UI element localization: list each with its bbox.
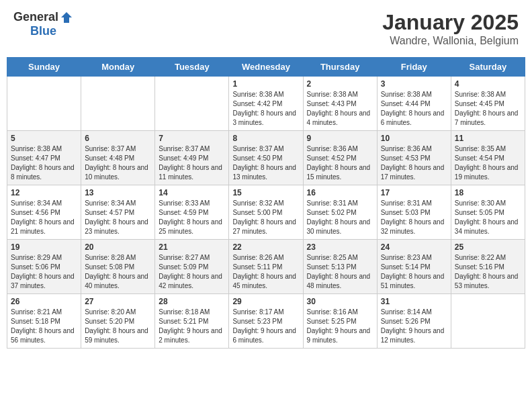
calendar-cell: 19Sunrise: 8:29 AM Sunset: 5:06 PM Dayli…	[7, 240, 81, 294]
day-number: 28	[159, 297, 225, 306]
day-info: Sunrise: 8:37 AM Sunset: 4:50 PM Dayligh…	[232, 144, 299, 182]
day-number: 15	[232, 188, 299, 197]
day-number: 4	[455, 79, 521, 89]
day-info: Sunrise: 8:37 AM Sunset: 4:48 PM Dayligh…	[85, 144, 151, 182]
calendar-table: SundayMondayTuesdayWednesdayThursdayFrid…	[7, 57, 525, 349]
day-number: 5	[11, 134, 77, 143]
day-info: Sunrise: 8:34 AM Sunset: 4:57 PM Dayligh…	[85, 199, 151, 236]
calendar-cell: 15Sunrise: 8:32 AM Sunset: 5:00 PM Dayli…	[229, 185, 303, 240]
day-info: Sunrise: 8:21 AM Sunset: 5:18 PM Dayligh…	[11, 308, 77, 345]
calendar-cell: 13Sunrise: 8:34 AM Sunset: 4:57 PM Dayli…	[81, 185, 155, 240]
day-info: Sunrise: 8:32 AM Sunset: 5:00 PM Dayligh…	[232, 199, 299, 236]
day-info: Sunrise: 8:28 AM Sunset: 5:08 PM Dayligh…	[85, 253, 151, 291]
weekday-header: Tuesday	[155, 58, 229, 77]
day-info: Sunrise: 8:26 AM Sunset: 5:11 PM Dayligh…	[232, 253, 299, 291]
calendar-week-row: 5Sunrise: 8:38 AM Sunset: 4:47 PM Daylig…	[7, 131, 525, 185]
weekday-header: Wednesday	[229, 58, 303, 77]
calendar-cell	[451, 294, 525, 349]
logo-icon	[60, 11, 73, 24]
day-info: Sunrise: 8:38 AM Sunset: 4:44 PM Dayligh…	[381, 90, 447, 128]
day-info: Sunrise: 8:18 AM Sunset: 5:21 PM Dayligh…	[159, 308, 225, 345]
calendar-cell: 10Sunrise: 8:36 AM Sunset: 4:53 PM Dayli…	[377, 131, 451, 185]
calendar-cell: 9Sunrise: 8:36 AM Sunset: 4:52 PM Daylig…	[303, 131, 377, 185]
calendar-cell: 26Sunrise: 8:21 AM Sunset: 5:18 PM Dayli…	[7, 294, 81, 349]
day-number: 26	[11, 297, 77, 306]
calendar-week-row: 1Sunrise: 8:38 AM Sunset: 4:42 PM Daylig…	[7, 77, 525, 131]
calendar-cell: 30Sunrise: 8:16 AM Sunset: 5:25 PM Dayli…	[303, 294, 377, 349]
page-header: General Blue January 2025 Wandre, Wallon…	[7, 7, 525, 50]
day-info: Sunrise: 8:33 AM Sunset: 4:59 PM Dayligh…	[159, 199, 225, 236]
day-info: Sunrise: 8:38 AM Sunset: 4:45 PM Dayligh…	[455, 90, 521, 128]
weekday-header: Sunday	[7, 58, 81, 77]
day-number: 23	[307, 242, 373, 252]
day-number: 6	[85, 134, 151, 143]
day-info: Sunrise: 8:31 AM Sunset: 5:03 PM Dayligh…	[381, 199, 447, 236]
day-number: 19	[11, 242, 77, 252]
calendar-cell: 6Sunrise: 8:37 AM Sunset: 4:48 PM Daylig…	[81, 131, 155, 185]
svg-marker-0	[61, 12, 72, 23]
calendar-cell: 20Sunrise: 8:28 AM Sunset: 5:08 PM Dayli…	[81, 240, 155, 294]
day-number: 20	[85, 242, 151, 252]
calendar-cell: 21Sunrise: 8:27 AM Sunset: 5:09 PM Dayli…	[155, 240, 229, 294]
page-subtitle: Wandre, Wallonia, Belgium	[382, 35, 519, 47]
day-info: Sunrise: 8:25 AM Sunset: 5:13 PM Dayligh…	[307, 253, 373, 291]
day-number: 11	[455, 134, 521, 143]
day-number: 8	[232, 134, 299, 143]
day-info: Sunrise: 8:27 AM Sunset: 5:09 PM Dayligh…	[159, 253, 225, 291]
day-info: Sunrise: 8:36 AM Sunset: 4:53 PM Dayligh…	[381, 144, 447, 182]
day-info: Sunrise: 8:38 AM Sunset: 4:47 PM Dayligh…	[11, 144, 77, 182]
calendar-header-row: SundayMondayTuesdayWednesdayThursdayFrid…	[7, 58, 525, 77]
day-info: Sunrise: 8:20 AM Sunset: 5:20 PM Dayligh…	[85, 308, 151, 345]
day-info: Sunrise: 8:16 AM Sunset: 5:25 PM Dayligh…	[307, 308, 373, 345]
title-block: January 2025 Wandre, Wallonia, Belgium	[382, 10, 519, 47]
logo: General Blue	[13, 10, 73, 38]
day-number: 21	[159, 242, 225, 252]
calendar-week-row: 19Sunrise: 8:29 AM Sunset: 5:06 PM Dayli…	[7, 240, 525, 294]
calendar-cell: 7Sunrise: 8:37 AM Sunset: 4:49 PM Daylig…	[155, 131, 229, 185]
page-title: January 2025	[382, 10, 519, 35]
day-info: Sunrise: 8:35 AM Sunset: 4:54 PM Dayligh…	[455, 144, 521, 182]
day-info: Sunrise: 8:34 AM Sunset: 4:56 PM Dayligh…	[11, 199, 77, 236]
calendar-cell: 18Sunrise: 8:30 AM Sunset: 5:05 PM Dayli…	[451, 185, 525, 240]
calendar-cell: 31Sunrise: 8:14 AM Sunset: 5:26 PM Dayli…	[377, 294, 451, 349]
calendar-cell: 2Sunrise: 8:38 AM Sunset: 4:43 PM Daylig…	[303, 77, 377, 131]
calendar-cell: 28Sunrise: 8:18 AM Sunset: 5:21 PM Dayli…	[155, 294, 229, 349]
day-number: 16	[307, 188, 373, 197]
day-number: 30	[307, 297, 373, 306]
calendar-cell: 24Sunrise: 8:23 AM Sunset: 5:14 PM Dayli…	[377, 240, 451, 294]
calendar-cell	[7, 77, 81, 131]
calendar-cell: 16Sunrise: 8:31 AM Sunset: 5:02 PM Dayli…	[303, 185, 377, 240]
calendar-cell: 17Sunrise: 8:31 AM Sunset: 5:03 PM Dayli…	[377, 185, 451, 240]
day-number: 25	[455, 242, 521, 252]
weekday-header: Friday	[377, 58, 451, 77]
calendar-cell: 29Sunrise: 8:17 AM Sunset: 5:23 PM Dayli…	[229, 294, 303, 349]
day-info: Sunrise: 8:37 AM Sunset: 4:49 PM Dayligh…	[159, 144, 225, 182]
day-number: 24	[381, 242, 447, 252]
day-info: Sunrise: 8:14 AM Sunset: 5:26 PM Dayligh…	[381, 308, 447, 345]
calendar-cell: 14Sunrise: 8:33 AM Sunset: 4:59 PM Dayli…	[155, 185, 229, 240]
day-info: Sunrise: 8:29 AM Sunset: 5:06 PM Dayligh…	[11, 253, 77, 291]
calendar-cell: 4Sunrise: 8:38 AM Sunset: 4:45 PM Daylig…	[451, 77, 525, 131]
day-number: 27	[85, 297, 151, 306]
calendar-cell	[81, 77, 155, 131]
day-number: 10	[381, 134, 447, 143]
calendar-cell: 23Sunrise: 8:25 AM Sunset: 5:13 PM Dayli…	[303, 240, 377, 294]
day-info: Sunrise: 8:22 AM Sunset: 5:16 PM Dayligh…	[455, 253, 521, 291]
calendar-cell: 12Sunrise: 8:34 AM Sunset: 4:56 PM Dayli…	[7, 185, 81, 240]
day-number: 18	[455, 188, 521, 197]
day-info: Sunrise: 8:17 AM Sunset: 5:23 PM Dayligh…	[232, 308, 299, 345]
day-number: 2	[307, 79, 373, 89]
day-number: 17	[381, 188, 447, 197]
day-number: 29	[232, 297, 299, 306]
day-info: Sunrise: 8:23 AM Sunset: 5:14 PM Dayligh…	[381, 253, 447, 291]
calendar-cell: 5Sunrise: 8:38 AM Sunset: 4:47 PM Daylig…	[7, 131, 81, 185]
logo-general: General	[13, 10, 58, 24]
day-number: 3	[381, 79, 447, 89]
day-number: 1	[232, 79, 299, 89]
calendar-cell	[155, 77, 229, 131]
logo-blue: Blue	[30, 24, 56, 38]
calendar-cell: 8Sunrise: 8:37 AM Sunset: 4:50 PM Daylig…	[229, 131, 303, 185]
day-info: Sunrise: 8:31 AM Sunset: 5:02 PM Dayligh…	[307, 199, 373, 236]
calendar-cell: 25Sunrise: 8:22 AM Sunset: 5:16 PM Dayli…	[451, 240, 525, 294]
day-number: 9	[307, 134, 373, 143]
